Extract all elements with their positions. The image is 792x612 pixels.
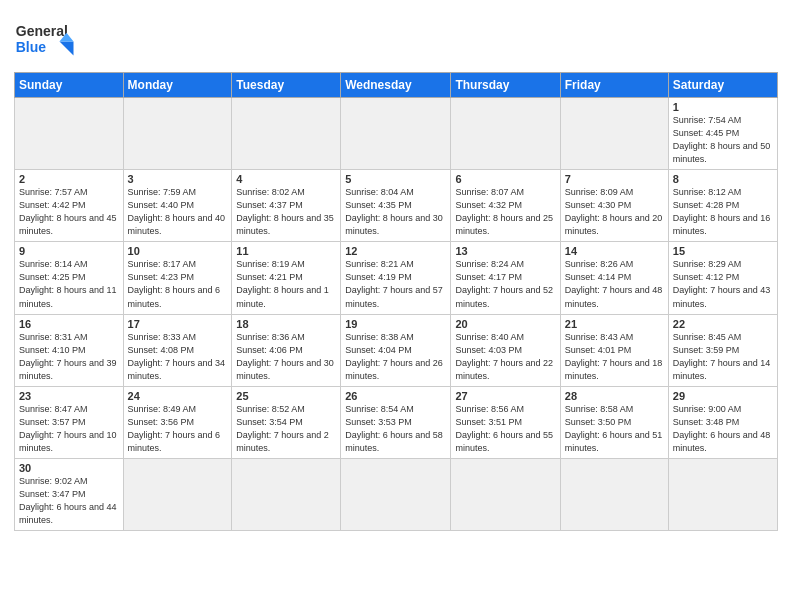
day-number: 13	[455, 245, 555, 257]
day-number: 18	[236, 318, 336, 330]
day-number: 17	[128, 318, 228, 330]
calendar: SundayMondayTuesdayWednesdayThursdayFrid…	[14, 72, 778, 531]
day-info: Sunrise: 8:29 AM Sunset: 4:12 PM Dayligh…	[673, 258, 773, 310]
day-info: Sunrise: 7:59 AM Sunset: 4:40 PM Dayligh…	[128, 186, 228, 238]
calendar-cell: 1Sunrise: 7:54 AM Sunset: 4:45 PM Daylig…	[668, 98, 777, 170]
day-number: 12	[345, 245, 446, 257]
calendar-week-5: 30Sunrise: 9:02 AM Sunset: 3:47 PM Dayli…	[15, 458, 778, 530]
day-info: Sunrise: 8:24 AM Sunset: 4:17 PM Dayligh…	[455, 258, 555, 310]
calendar-cell: 26Sunrise: 8:54 AM Sunset: 3:53 PM Dayli…	[341, 386, 451, 458]
calendar-cell: 11Sunrise: 8:19 AM Sunset: 4:21 PM Dayli…	[232, 242, 341, 314]
day-number: 21	[565, 318, 664, 330]
day-number: 8	[673, 173, 773, 185]
day-number: 26	[345, 390, 446, 402]
day-info: Sunrise: 8:33 AM Sunset: 4:08 PM Dayligh…	[128, 331, 228, 383]
day-number: 23	[19, 390, 119, 402]
day-info: Sunrise: 8:58 AM Sunset: 3:50 PM Dayligh…	[565, 403, 664, 455]
day-number: 3	[128, 173, 228, 185]
day-number: 28	[565, 390, 664, 402]
day-info: Sunrise: 8:14 AM Sunset: 4:25 PM Dayligh…	[19, 258, 119, 310]
day-info: Sunrise: 8:21 AM Sunset: 4:19 PM Dayligh…	[345, 258, 446, 310]
day-info: Sunrise: 8:17 AM Sunset: 4:23 PM Dayligh…	[128, 258, 228, 310]
day-number: 7	[565, 173, 664, 185]
day-info: Sunrise: 8:45 AM Sunset: 3:59 PM Dayligh…	[673, 331, 773, 383]
calendar-cell: 9Sunrise: 8:14 AM Sunset: 4:25 PM Daylig…	[15, 242, 124, 314]
svg-text:General: General	[16, 23, 68, 39]
calendar-cell: 25Sunrise: 8:52 AM Sunset: 3:54 PM Dayli…	[232, 386, 341, 458]
day-number: 5	[345, 173, 446, 185]
svg-text:Blue: Blue	[16, 39, 47, 55]
calendar-cell: 14Sunrise: 8:26 AM Sunset: 4:14 PM Dayli…	[560, 242, 668, 314]
day-header-sunday: Sunday	[15, 73, 124, 98]
calendar-cell: 5Sunrise: 8:04 AM Sunset: 4:35 PM Daylig…	[341, 170, 451, 242]
calendar-cell	[341, 458, 451, 530]
calendar-cell	[668, 458, 777, 530]
calendar-week-4: 23Sunrise: 8:47 AM Sunset: 3:57 PM Dayli…	[15, 386, 778, 458]
calendar-body: 1Sunrise: 7:54 AM Sunset: 4:45 PM Daylig…	[15, 98, 778, 531]
calendar-cell: 6Sunrise: 8:07 AM Sunset: 4:32 PM Daylig…	[451, 170, 560, 242]
calendar-cell	[560, 98, 668, 170]
calendar-cell	[560, 458, 668, 530]
calendar-cell	[451, 458, 560, 530]
day-number: 25	[236, 390, 336, 402]
page: General Blue SundayMondayTuesdayWednesda…	[0, 0, 792, 612]
header: General Blue	[14, 10, 778, 66]
day-info: Sunrise: 8:07 AM Sunset: 4:32 PM Dayligh…	[455, 186, 555, 238]
svg-marker-2	[60, 41, 74, 55]
calendar-week-2: 9Sunrise: 8:14 AM Sunset: 4:25 PM Daylig…	[15, 242, 778, 314]
day-number: 11	[236, 245, 336, 257]
day-info: Sunrise: 8:19 AM Sunset: 4:21 PM Dayligh…	[236, 258, 336, 310]
day-number: 19	[345, 318, 446, 330]
calendar-week-0: 1Sunrise: 7:54 AM Sunset: 4:45 PM Daylig…	[15, 98, 778, 170]
day-info: Sunrise: 8:49 AM Sunset: 3:56 PM Dayligh…	[128, 403, 228, 455]
logo: General Blue	[14, 16, 84, 66]
day-info: Sunrise: 7:57 AM Sunset: 4:42 PM Dayligh…	[19, 186, 119, 238]
day-number: 24	[128, 390, 228, 402]
day-header-wednesday: Wednesday	[341, 73, 451, 98]
calendar-cell: 27Sunrise: 8:56 AM Sunset: 3:51 PM Dayli…	[451, 386, 560, 458]
day-number: 27	[455, 390, 555, 402]
calendar-cell: 10Sunrise: 8:17 AM Sunset: 4:23 PM Dayli…	[123, 242, 232, 314]
calendar-cell	[123, 98, 232, 170]
day-info: Sunrise: 8:36 AM Sunset: 4:06 PM Dayligh…	[236, 331, 336, 383]
calendar-week-3: 16Sunrise: 8:31 AM Sunset: 4:10 PM Dayli…	[15, 314, 778, 386]
day-number: 14	[565, 245, 664, 257]
calendar-cell: 23Sunrise: 8:47 AM Sunset: 3:57 PM Dayli…	[15, 386, 124, 458]
calendar-cell: 13Sunrise: 8:24 AM Sunset: 4:17 PM Dayli…	[451, 242, 560, 314]
calendar-cell: 22Sunrise: 8:45 AM Sunset: 3:59 PM Dayli…	[668, 314, 777, 386]
calendar-cell	[232, 98, 341, 170]
day-number: 6	[455, 173, 555, 185]
day-number: 16	[19, 318, 119, 330]
day-info: Sunrise: 8:04 AM Sunset: 4:35 PM Dayligh…	[345, 186, 446, 238]
day-info: Sunrise: 8:40 AM Sunset: 4:03 PM Dayligh…	[455, 331, 555, 383]
day-number: 29	[673, 390, 773, 402]
calendar-cell: 4Sunrise: 8:02 AM Sunset: 4:37 PM Daylig…	[232, 170, 341, 242]
calendar-cell	[123, 458, 232, 530]
day-number: 9	[19, 245, 119, 257]
day-number: 1	[673, 101, 773, 113]
day-number: 15	[673, 245, 773, 257]
day-number: 10	[128, 245, 228, 257]
calendar-cell	[232, 458, 341, 530]
calendar-cell: 29Sunrise: 9:00 AM Sunset: 3:48 PM Dayli…	[668, 386, 777, 458]
day-info: Sunrise: 8:43 AM Sunset: 4:01 PM Dayligh…	[565, 331, 664, 383]
day-info: Sunrise: 8:09 AM Sunset: 4:30 PM Dayligh…	[565, 186, 664, 238]
calendar-cell: 17Sunrise: 8:33 AM Sunset: 4:08 PM Dayli…	[123, 314, 232, 386]
day-info: Sunrise: 8:02 AM Sunset: 4:37 PM Dayligh…	[236, 186, 336, 238]
day-info: Sunrise: 8:26 AM Sunset: 4:14 PM Dayligh…	[565, 258, 664, 310]
day-number: 4	[236, 173, 336, 185]
calendar-cell: 19Sunrise: 8:38 AM Sunset: 4:04 PM Dayli…	[341, 314, 451, 386]
day-number: 2	[19, 173, 119, 185]
calendar-cell: 21Sunrise: 8:43 AM Sunset: 4:01 PM Dayli…	[560, 314, 668, 386]
calendar-cell: 12Sunrise: 8:21 AM Sunset: 4:19 PM Dayli…	[341, 242, 451, 314]
day-header-monday: Monday	[123, 73, 232, 98]
calendar-cell	[451, 98, 560, 170]
day-info: Sunrise: 9:02 AM Sunset: 3:47 PM Dayligh…	[19, 475, 119, 527]
calendar-cell	[15, 98, 124, 170]
day-info: Sunrise: 8:12 AM Sunset: 4:28 PM Dayligh…	[673, 186, 773, 238]
day-header-friday: Friday	[560, 73, 668, 98]
day-header-tuesday: Tuesday	[232, 73, 341, 98]
day-info: Sunrise: 8:54 AM Sunset: 3:53 PM Dayligh…	[345, 403, 446, 455]
calendar-cell: 28Sunrise: 8:58 AM Sunset: 3:50 PM Dayli…	[560, 386, 668, 458]
day-info: Sunrise: 8:56 AM Sunset: 3:51 PM Dayligh…	[455, 403, 555, 455]
